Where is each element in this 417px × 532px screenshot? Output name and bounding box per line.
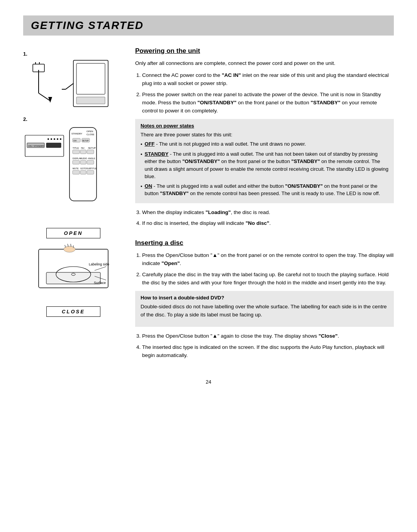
- notes-intro: There are three power states for this un…: [141, 131, 388, 139]
- insert-step-1: Press the Open/Close button "▲" on the f…: [142, 252, 394, 268]
- svg-text:ON / STANDBY: ON / STANDBY: [28, 145, 44, 147]
- open-label-box: OPEN: [46, 228, 100, 238]
- content-area: 1.: [23, 47, 394, 364]
- svg-point-16: [60, 138, 61, 140]
- page-title: GETTING STARTED: [31, 19, 386, 32]
- step-4: If no disc is inserted, the display will…: [142, 219, 394, 228]
- svg-point-13: [51, 138, 52, 140]
- remote-device-illustration: ON / STANDBY STANDBY OPEN CLOSE O/II SET…: [23, 124, 116, 205]
- svg-text:OPEN: OPEN: [86, 130, 93, 133]
- svg-rect-31: [73, 150, 80, 154]
- svg-rect-38: [80, 160, 86, 164]
- disc-open-svg: Labeling side Surface: [35, 241, 112, 303]
- note-off: • OFF - The unit is not plugged into a w…: [141, 140, 388, 148]
- notes-box: Notes on power states There are three po…: [135, 119, 394, 203]
- svg-rect-8: [76, 97, 105, 104]
- svg-text:TITLE: TITLE: [73, 147, 79, 149]
- howto-text: Double-sided discs do not have labelling…: [141, 303, 388, 319]
- disc-tray-illustration: Labeling side Surface: [23, 241, 124, 303]
- illustration-1: 1.: [23, 47, 124, 112]
- disc-section-illustrations: OPEN: [23, 228, 124, 317]
- svg-rect-37: [73, 160, 80, 164]
- svg-text:SETUP: SETUP: [88, 147, 96, 149]
- bullet-dot-3: •: [141, 183, 142, 197]
- svg-text:MUTE: MUTE: [73, 167, 79, 170]
- section1-steps: Connect the AC power cord to the "AC IN"…: [142, 71, 394, 115]
- page-num-text: 24: [206, 379, 211, 385]
- power-cord-illustration: [23, 58, 116, 112]
- svg-rect-7: [76, 63, 105, 94]
- page-number: 24: [23, 379, 394, 385]
- bullet-dot: •: [141, 141, 142, 148]
- note-standby-text: STANDBY - The unit is plugged into a wal…: [145, 150, 388, 180]
- page-header: GETTING STARTED: [23, 15, 394, 36]
- svg-text:ANGLE: ANGLE: [88, 157, 95, 160]
- svg-rect-43: [73, 170, 80, 174]
- svg-text:CLOSE: CLOSE: [86, 133, 94, 136]
- svg-line-53: [71, 244, 71, 246]
- svg-text:STANDBY: STANDBY: [71, 133, 82, 135]
- svg-rect-39: [87, 160, 94, 164]
- svg-point-14: [54, 138, 55, 140]
- insert-step-4: The inserted disc type is indicated on t…: [142, 343, 394, 360]
- step-num-2: 2.: [23, 116, 124, 122]
- svg-point-15: [57, 138, 58, 140]
- svg-rect-33: [87, 150, 94, 154]
- svg-line-55: [95, 267, 106, 270]
- note-standby: • STANDBY - The unit is plugged into a w…: [141, 150, 388, 180]
- insert-step-2: Carefully place the disc in the tray wit…: [142, 271, 394, 287]
- svg-text:SETUP: SETUP: [82, 139, 89, 142]
- svg-text:NU: NU: [81, 147, 85, 149]
- svg-point-12: [47, 138, 49, 140]
- right-column: Powering on the unit Only after all conn…: [135, 47, 394, 364]
- bullet-dot-2: •: [141, 151, 142, 180]
- step-2: Press the power switch on the rear panel…: [142, 91, 394, 115]
- section1-steps-cont: When the display indicates "Loading", th…: [142, 209, 394, 228]
- left-column: 1.: [23, 47, 124, 364]
- section2-steps: Press the Open/Close button "▲" on the f…: [142, 252, 394, 287]
- svg-text:Surface: Surface: [94, 281, 106, 285]
- step-num-1: 1.: [23, 51, 124, 57]
- svg-text:O/II: O/II: [73, 139, 76, 142]
- section2-title: Inserting a disc: [135, 239, 394, 247]
- step-3: When the display indicates "Loading", th…: [142, 209, 394, 217]
- svg-text:AUDIO: AUDIO: [80, 157, 87, 160]
- illustration-2: 2. ON / STANDBY: [23, 116, 124, 205]
- svg-rect-19: [46, 143, 61, 148]
- step-1: Connect the AC power cord to the "AC IN"…: [142, 71, 394, 88]
- section1-intro: Only after all connections are complete,…: [135, 59, 394, 68]
- notes-title: Notes on power states: [141, 123, 388, 129]
- svg-rect-44: [80, 170, 86, 174]
- svg-line-9: [66, 83, 73, 89]
- svg-text:SUBTITLE: SUBTITLE: [86, 167, 97, 170]
- note-on: • ON - The unit is plugged into a wall o…: [141, 182, 388, 197]
- note-on-text: ON - The unit is plugged into a wall out…: [145, 182, 388, 197]
- svg-text:GOTO: GOTO: [80, 167, 87, 170]
- note-off-text: OFF - The unit is not plugged into a wal…: [145, 140, 306, 148]
- svg-rect-45: [87, 170, 94, 174]
- svg-line-51: [65, 245, 66, 247]
- howto-box: How to insert a double-sided DVD? Double…: [135, 291, 394, 327]
- svg-rect-32: [80, 150, 86, 154]
- svg-text:Labeling side: Labeling side: [89, 262, 109, 266]
- insert-step-3: Press the Open/Close button "▲" again to…: [142, 332, 394, 340]
- howto-title: How to insert a double-sided DVD?: [141, 295, 388, 301]
- section1-title: Powering on the unit: [135, 47, 394, 55]
- close-label-box: CLOSE: [46, 306, 100, 317]
- section2-steps-cont: Press the Open/Close button "▲" again to…: [142, 332, 394, 360]
